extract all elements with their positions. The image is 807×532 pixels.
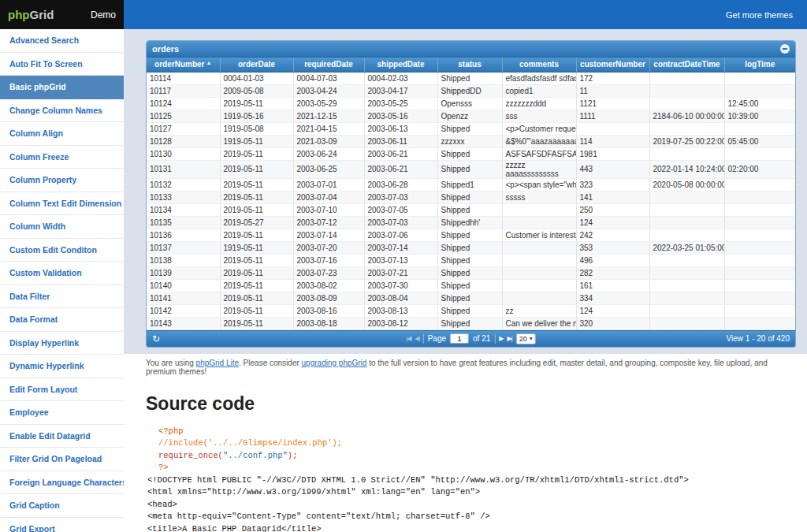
page-number-input[interactable] [450, 333, 469, 344]
table-row[interactable]: 101402019-05-112003-08-022003-07-30Shipp… [147, 279, 795, 292]
cell-shippeddate: 2003-05-16 [364, 110, 437, 122]
cell-shippeddate: 2003-06-21 [364, 160, 437, 178]
column-header-logtime[interactable]: logTime [724, 58, 795, 72]
cell-requireddate: 2003-05-29 [293, 97, 364, 110]
cell-status: Openzz [437, 110, 502, 122]
cell-ordernumber: 10131 [147, 160, 220, 178]
next-page-button[interactable]: ▶ [499, 335, 503, 342]
table-row[interactable]: 101432019-05-112003-08-182003-08-12Shipp… [147, 317, 795, 329]
column-header-shippeddate[interactable]: shippedDate [364, 58, 437, 72]
get-more-themes-link[interactable]: Get more themes [726, 10, 793, 20]
sidebar-item-edit-form-layout[interactable]: Edit Form Layout [0, 378, 124, 402]
refresh-icon[interactable]: ↻ [152, 334, 160, 344]
code-line: <title>A Basic PHP Datagrid</title> [147, 523, 796, 532]
table-row[interactable]: 101251919-05-162021-12-152003-05-16Openz… [147, 110, 795, 122]
sidebar-item-custom-edit-conditon[interactable]: Custom Edit Conditon [0, 239, 124, 262]
cell-orderdate: 2019-05-11 [220, 203, 293, 216]
first-page-button[interactable]: |◀ [406, 335, 411, 342]
demo-menu-item[interactable]: Demo [91, 9, 116, 20]
sidebar-item-data-filter[interactable]: Data Filter [0, 285, 124, 309]
sidebar-item-foreign-language-characters[interactable]: Foreign Language Characters [0, 471, 124, 495]
sidebar-item-auto-fit-to-screen[interactable]: Auto Fit To Screen [0, 53, 124, 76]
orders-grid: orders orderNumber▲orderDaterequiredDate… [146, 40, 796, 348]
cell-logtime [724, 292, 795, 304]
table-row[interactable]: 101412019-05-112003-08-092003-08-04Shipp… [147, 292, 795, 304]
table-row[interactable]: 101322019-05-112003-07-012003-06-28Shipp… [147, 178, 795, 191]
sidebar-item-advanced-search[interactable]: Advanced Search [0, 29, 124, 53]
dropdown-caret-icon: ▾ [530, 335, 533, 342]
cell-shippeddate: 2003-06-21 [364, 147, 437, 160]
table-row[interactable]: 101172009-05-082003-04-242003-04-17Shipp… [147, 84, 795, 97]
table-row[interactable]: 101302019-05-112003-06-242003-06-21Shipp… [147, 147, 795, 160]
sidebar-item-data-format[interactable]: Data Format [0, 308, 124, 332]
grid-body: 101140004-01-030004-07-030004-02-03Shipp… [147, 72, 795, 329]
sidebar-item-grid-caption[interactable]: Grid Caption [0, 494, 124, 518]
grid-caption: orders [147, 41, 795, 58]
column-header-ordernumber[interactable]: orderNumber▲ [147, 58, 220, 72]
table-row[interactable]: 101312019-05-112003-06-252003-06-21Shipp… [147, 160, 795, 178]
sidebar-item-grid-export[interactable]: Grid Export [0, 518, 124, 532]
sidebar-item-column-freeze[interactable]: Column Freeze [0, 146, 124, 169]
cell-orderdate: 2009-05-08 [220, 84, 293, 97]
cell-logtime [724, 216, 795, 229]
table-row[interactable]: 101342019-05-112003-07-102003-07-05Shipp… [147, 203, 795, 216]
sidebar-item-column-text-edit-dimension[interactable]: Column Text Edit Dimension [0, 192, 124, 216]
cell-orderdate: 1919-05-08 [220, 122, 293, 135]
cell-shippeddate: 2003-08-12 [364, 317, 437, 329]
page-size-select[interactable]: 20 ▾ [516, 333, 536, 344]
cell-status: Shipped [437, 160, 502, 178]
cell-status: Shipped [437, 317, 502, 329]
table-row[interactable]: 101362019-05-112003-07-142003-07-06Shipp… [147, 229, 795, 241]
cell-requireddate: 2003-07-12 [293, 216, 364, 229]
sidebar-item-employee[interactable]: Employee [0, 401, 124, 425]
cell-customernumber: 1981 [576, 147, 649, 160]
sidebar-item-enable-edit-datagrid[interactable]: Enable Edit Datagrid [0, 425, 124, 448]
cell-customernumber: 124 [576, 304, 649, 317]
table-row[interactable]: 101422019-05-112003-08-162003-08-13Shipp… [147, 304, 795, 317]
cell-comments: Customer is interested in [502, 229, 576, 241]
table-row[interactable]: 101281919-05-112021-03-092003-06-11zzzxx… [147, 135, 795, 147]
cell-shippeddate: 2003-08-04 [364, 292, 437, 304]
cell-contractdatetime [649, 122, 724, 135]
table-row[interactable]: 101352019-05-272003-07-122003-07-03Shipp… [147, 216, 795, 229]
sidebar-item-display-hyperlink[interactable]: Display Hyperlink [0, 332, 124, 355]
table-row[interactable]: 101271919-05-082021-04-152003-06-13Shipp… [147, 122, 795, 135]
sidebar-item-column-width[interactable]: Column Width [0, 215, 124, 239]
upgrade-phpgrid-link[interactable]: upgrading phpGrid [302, 359, 367, 367]
column-header-customernumber[interactable]: customerNumber [576, 58, 649, 72]
phpgrid-logo[interactable]: phpGrid [8, 8, 54, 21]
cell-status: Shipped [437, 122, 502, 135]
upgrade-note: You are using phpGrid Lite. Please consi… [146, 359, 796, 376]
last-page-button[interactable]: ▶| [507, 335, 511, 342]
sidebar-item-basic-phpgrid[interactable]: Basic phpGrid [0, 76, 124, 99]
sidebar-item-dynamic-hyperlink[interactable]: Dynamic Hyperlink [0, 355, 124, 378]
cell-orderdate: 2019-05-11 [220, 279, 293, 292]
sidebar-item-column-align[interactable]: Column Align [0, 122, 124, 146]
cell-orderdate: 2019-05-11 [220, 254, 293, 266]
table-row[interactable]: 101140004-01-030004-07-030004-02-03Shipp… [147, 72, 795, 84]
column-header-contractdatetime[interactable]: contractDateTime [649, 58, 724, 72]
sidebar-item-column-property[interactable]: Column Property [0, 169, 124, 192]
sidebar-item-filter-grid-on-pageload[interactable]: Filter Grid On Pageload [0, 448, 124, 471]
table-row[interactable]: 101382019-05-112003-07-162003-07-13Shipp… [147, 254, 795, 266]
cell-logtime [724, 122, 795, 135]
cell-ordernumber: 10137 [147, 241, 220, 254]
collapse-grid-button[interactable] [780, 44, 790, 54]
table-row[interactable]: 101392019-05-112003-07-232003-07-21Shipp… [147, 266, 795, 279]
column-header-status[interactable]: status [437, 58, 502, 72]
sidebar-item-change-column-names[interactable]: Change Column Names [0, 99, 124, 123]
phpgrid-lite-link[interactable]: phpGrid Lite [196, 359, 239, 367]
sidebar-item-custom-validation[interactable]: Custom Validation [0, 262, 124, 285]
cell-logtime [724, 191, 795, 203]
cell-comments [502, 241, 576, 254]
prev-page-button[interactable]: ◀ [415, 335, 419, 342]
column-header-requireddate[interactable]: requiredDate [293, 58, 364, 72]
column-header-comments[interactable]: comments [502, 58, 576, 72]
table-row[interactable]: 101371919-05-112003-07-202003-07-14Shipp… [147, 241, 795, 254]
table-row[interactable]: 101242019-05-112003-05-292003-05-25Opens… [147, 97, 795, 110]
column-header-orderdate[interactable]: orderDate [220, 58, 293, 72]
cell-orderdate: 1919-05-11 [220, 135, 293, 147]
code-line: //include('../../Glimpse/index.php'); [147, 437, 796, 450]
cell-ordernumber: 10141 [147, 292, 220, 304]
table-row[interactable]: 101332019-05-112003-07-042003-07-03Shipp… [147, 191, 795, 203]
